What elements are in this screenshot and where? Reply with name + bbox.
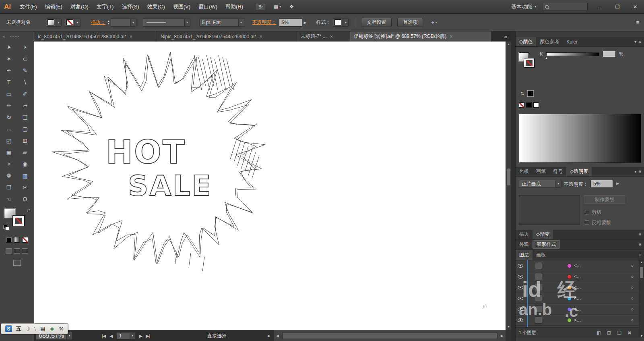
search-input[interactable]: Ϙ	[543, 3, 588, 11]
first-artboard-button[interactable]: |◀	[102, 334, 106, 338]
visibility-toggle[interactable]	[516, 304, 525, 314]
color-tabs-2[interactable]: Kuler	[563, 37, 581, 46]
scroll-left-icon[interactable]: ◀	[276, 334, 279, 338]
selection-tool[interactable]: ➤	[1, 41, 17, 53]
ime-symbols-icon[interactable]: ’,	[34, 326, 37, 331]
control-extra-button[interactable]: ⌖ ▾	[431, 19, 437, 26]
lock-toggle[interactable]	[525, 315, 529, 325]
tab-close-icon[interactable]: ×	[260, 33, 263, 40]
ime-wubi-icon[interactable]: 五	[16, 326, 21, 331]
tab-overflow-icon[interactable]: »	[500, 31, 511, 42]
width-profile-dropdown[interactable]: ▾	[143, 19, 190, 27]
previous-artboard-button[interactable]: ◀	[109, 334, 113, 338]
last-color-swatch[interactable]	[527, 90, 534, 97]
rotate-tool[interactable]: ↻	[1, 111, 17, 123]
doc-tab-0[interactable]: ic_8047451_20140816145012880000.ai*×	[34, 31, 157, 42]
stepper-down-icon[interactable]: ▾	[108, 23, 109, 25]
last-artboard-button[interactable]: ▶|	[146, 334, 150, 338]
mid-tabs-3[interactable]: ◇透明度	[566, 167, 592, 176]
line-segment-tool[interactable]: ∖	[17, 76, 33, 88]
bridge-button[interactable]: Br	[256, 4, 265, 10]
menu-item-8[interactable]: 帮助(H)	[221, 4, 247, 10]
add-anchor-tool[interactable]: ✎	[17, 64, 33, 76]
color-mode-button[interactable]	[6, 237, 12, 243]
close-button[interactable]: ✕	[630, 4, 641, 10]
target-icon[interactable]: ○	[631, 296, 634, 301]
menu-item-4[interactable]: 选择(S)	[118, 4, 143, 10]
vertical-scrollbar[interactable]: ▲ ▼	[506, 42, 511, 330]
blend-mode-dropdown[interactable]: 正片叠底 ▾	[519, 180, 561, 188]
paintbrush-tool[interactable]: ✐	[17, 88, 33, 100]
swap-fill-stroke-icon[interactable]: ⇄	[27, 208, 30, 212]
artboard-tool[interactable]: ❐	[1, 181, 17, 193]
direct-selection-tool[interactable]: ➢	[17, 41, 33, 53]
panel-menu-icon[interactable]: ≡	[639, 232, 641, 237]
hand-tool[interactable]: ☜	[1, 193, 17, 205]
tab-close-icon[interactable]: ×	[450, 33, 453, 40]
app-logo[interactable]: Ai	[4, 3, 11, 11]
draw-normal-button[interactable]	[6, 248, 12, 254]
ime-keyboard-icon[interactable]: ▤	[40, 326, 45, 331]
pen-tool[interactable]: ✒	[1, 64, 17, 76]
panel-menu-icon[interactable]: ≡	[639, 253, 641, 257]
mesh-tool[interactable]: ▦	[1, 146, 17, 158]
visibility-toggle[interactable]	[516, 282, 525, 293]
status-expand-icon[interactable]: ▶	[268, 334, 270, 338]
panel-menu-icon[interactable]: ≡	[639, 169, 641, 174]
ly-tabs-1[interactable]: 画板	[533, 250, 549, 260]
chevron-down-icon[interactable]: ▾	[634, 169, 636, 174]
new-layer-icon[interactable]: ❏	[617, 330, 621, 336]
layer-row-2[interactable]: <...○	[516, 282, 639, 293]
visibility-toggle[interactable]	[516, 315, 525, 325]
stroke-panel-link[interactable]: 描边：	[91, 19, 105, 26]
draw-inside-button[interactable]	[22, 248, 28, 254]
tab-close-icon[interactable]: ×	[130, 33, 133, 40]
layer-row-0[interactable]: <...○	[516, 260, 639, 271]
lasso-tool[interactable]: ⊂	[17, 53, 33, 64]
width-tool[interactable]: ↔	[1, 123, 17, 135]
k-value-input[interactable]	[603, 51, 616, 57]
blend-tool[interactable]: ◉	[17, 158, 33, 170]
layer-row-1[interactable]: <...○	[516, 271, 639, 282]
brush-definition-dropdown[interactable]: 5 pt. Flat ▾	[199, 19, 244, 27]
toolbar-grip-icon[interactable]: ⋯⋯	[10, 34, 19, 39]
visibility-toggle[interactable]	[516, 260, 525, 271]
invert-mask-checkbox[interactable]	[585, 220, 589, 225]
lock-toggle[interactable]	[525, 304, 529, 314]
stroke-weight-dropdown[interactable]: ▾	[111, 19, 136, 27]
ime-settings-icon[interactable]: ⚒	[59, 326, 64, 331]
opacity-value-input[interactable]: 5%	[590, 180, 613, 188]
tab-close-icon[interactable]: ×	[330, 33, 333, 40]
screen-mode-button[interactable]	[13, 260, 21, 266]
panel-menu-icon[interactable]: ≡	[639, 242, 641, 247]
target-icon[interactable]: ○	[631, 285, 634, 290]
stroke-color-dropdown[interactable]: ▾	[65, 19, 80, 27]
menu-item-1[interactable]: 编辑(E)	[41, 4, 66, 10]
workspace-switcher[interactable]: 基本功能 ▾	[511, 3, 536, 10]
white-swatch[interactable]	[533, 102, 539, 108]
menu-item-3[interactable]: 文字(T)	[93, 4, 118, 10]
lock-toggle[interactable]	[525, 282, 529, 293]
color-tabs-1[interactable]: 颜色参考	[536, 37, 563, 46]
next-artboard-button[interactable]: ▶	[139, 334, 142, 338]
sg-tabs-1[interactable]: ◇渐变	[533, 230, 553, 239]
scroll-down-icon[interactable]: ▼	[506, 324, 511, 330]
rectangle-tool[interactable]: ▭	[1, 88, 17, 100]
color-tabs-0[interactable]: ◇颜色	[516, 37, 536, 46]
ly-tabs-0[interactable]: 图层	[516, 250, 533, 260]
collapse-toolbar-icon[interactable]: «	[3, 34, 6, 39]
chevron-down-icon[interactable]: ▾	[634, 40, 636, 44]
layers-scroll-thumb[interactable]	[640, 267, 643, 278]
artboard-number-dropdown[interactable]: 1 ▾	[116, 332, 136, 339]
arrange-documents-button[interactable]: ▦ ▾	[273, 4, 281, 10]
layer-row-5[interactable]: <...○	[516, 315, 639, 326]
eraser-tool[interactable]: ▱	[17, 100, 33, 111]
fill-color-dropdown[interactable]: ▾	[46, 19, 62, 27]
lock-toggle[interactable]	[525, 260, 529, 271]
visibility-toggle[interactable]	[516, 271, 525, 282]
target-icon[interactable]: ○	[631, 307, 634, 312]
control-panel-menu-icon[interactable]: ≡	[636, 19, 639, 25]
opacity-input[interactable]: 5%	[279, 19, 302, 27]
none-mode-button[interactable]	[22, 237, 28, 243]
target-icon[interactable]: ○	[631, 318, 634, 322]
